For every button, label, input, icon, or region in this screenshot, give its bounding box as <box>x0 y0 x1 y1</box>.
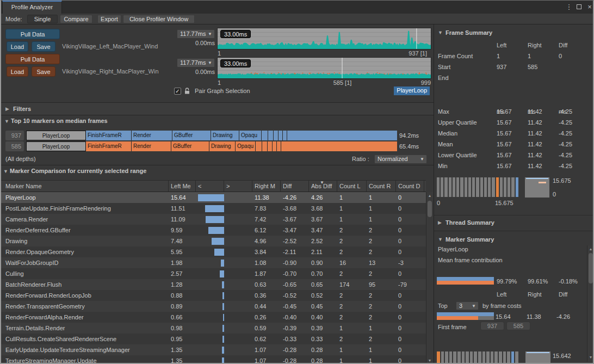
pair-graph-selection-label: Pair Graph Selection <box>195 87 250 96</box>
table-row[interactable]: EarlyUpdate.UpdateTextureStreamingManage… <box>1 344 426 355</box>
table-row[interactable]: Terrain.Details.Render 0.98 0.59 -0.39 0… <box>1 323 426 334</box>
scroll-down-icon[interactable]: ▼ <box>587 354 594 361</box>
table-row[interactable]: Render.OpaqueGeometry 5.95 3.84 -2.11 2.… <box>1 246 426 257</box>
marker-segment[interactable] <box>262 141 268 151</box>
table-row[interactable]: CullResults.CreateSharedRendererScene 0.… <box>1 334 426 344</box>
left-frame-graph[interactable]: 33.00ms <box>217 28 431 50</box>
marker-summary-header[interactable]: ▼ Marker Summary <box>434 233 594 245</box>
marker-segment[interactable]: GBuffer <box>172 131 211 140</box>
col-right-bar[interactable]: > <box>224 181 252 192</box>
marker-segment[interactable] <box>262 131 268 140</box>
table-row[interactable]: Drawing 7.48 4.96 -2.52 2.52 2 2 0 <box>1 236 426 246</box>
foldout-expanded-icon[interactable]: ▼ <box>4 119 9 124</box>
export-button[interactable]: Export <box>97 15 121 23</box>
filters-section[interactable]: ▶ Filters <box>1 102 434 115</box>
filters-title: Filters <box>13 103 31 115</box>
marker-segment[interactable]: Drawing <box>209 141 236 151</box>
save-right-button[interactable]: Save <box>32 66 55 77</box>
marker-segment[interactable]: Render <box>132 131 172 140</box>
top-n-dropdown[interactable]: 3▼ <box>456 301 479 310</box>
ratio-dropdown[interactable]: Normalized▼ <box>374 155 427 164</box>
kebab-menu-icon[interactable]: ⋮ <box>565 3 573 11</box>
col-left-bar[interactable]: < <box>196 181 224 192</box>
marker-segment[interactable] <box>277 141 281 151</box>
foldout-expanded-icon[interactable]: ▼ <box>3 169 8 174</box>
col-right-median[interactable]: Right M <box>252 181 281 192</box>
scrollbar-thumb[interactable] <box>589 253 593 283</box>
col-count-diff[interactable]: Count D <box>396 181 424 192</box>
maximize-icon[interactable] <box>574 3 583 11</box>
load-right-button[interactable]: Load <box>7 66 28 77</box>
save-left-button[interactable]: Save <box>32 41 55 52</box>
close-icon[interactable]: × <box>585 3 594 11</box>
stat-label: Max <box>438 106 449 117</box>
scroll-up-icon[interactable]: ▲ <box>426 193 433 199</box>
frame-summary-header[interactable]: ▼ Frame Summary <box>434 27 594 39</box>
marker-segment[interactable] <box>279 131 283 140</box>
table-row[interactable]: TextureStreamingManager.Update 1.35 1.07… <box>1 355 426 364</box>
marker-segment[interactable]: Opaqu <box>239 131 262 140</box>
right-frame-graph[interactable]: 33.00ms <box>217 57 431 79</box>
marker-segment[interactable]: PlayerLoop <box>26 131 86 140</box>
left-range-dropdown[interactable]: 117.77ms▼ <box>177 29 215 39</box>
summary-scrollbar[interactable]: ▲ ▼ <box>587 245 594 362</box>
tab-profile-analyzer[interactable]: Profile Analyzer <box>2 1 62 14</box>
col-left-median[interactable]: Left Me <box>169 181 196 192</box>
thread-summary-header[interactable]: ▶ Thread Summary <box>434 215 594 231</box>
marker-segment[interactable]: PlayerLoop <box>26 141 86 151</box>
col-count-left[interactable]: Count L <box>337 181 367 192</box>
histogram-bar <box>453 351 456 364</box>
table-row[interactable]: PlayerLoop 15.64 11.38 -4.26 4.26 1 1 0 <box>1 192 426 203</box>
marker-segment[interactable]: GBuffer <box>171 141 209 151</box>
right-value: 11.42 <box>528 106 542 117</box>
marker-segment[interactable]: Render <box>132 141 171 151</box>
left-median-value: 2.57 <box>169 268 196 279</box>
right-dataset-name: VikingVillage_Right_MacPlayer_Win <box>62 66 175 77</box>
scrollbar-thumb[interactable] <box>428 201 432 217</box>
mode-compare-button[interactable]: Compare <box>60 15 92 23</box>
marker-segment[interactable]: Drawing <box>211 131 239 140</box>
marker-segment[interactable] <box>274 131 279 140</box>
pull-data-left-button[interactable]: Pull Data <box>5 29 60 39</box>
diff-value: -3.68 <box>281 203 309 214</box>
pair-graph-selection-checkbox[interactable]: ✓ <box>174 88 181 95</box>
first-frame-left-button[interactable]: 937 <box>480 322 504 330</box>
marker-segment[interactable]: Opaqu <box>236 141 256 151</box>
right-range-dropdown[interactable]: 117.77ms▼ <box>177 58 215 67</box>
count-left-value: 16 <box>337 257 367 268</box>
unlock-icon[interactable] <box>184 87 190 95</box>
mode-single-button[interactable]: Single <box>27 15 58 23</box>
histogram-bar <box>449 351 453 364</box>
marker-segment[interactable] <box>268 131 274 140</box>
table-row[interactable]: Culling 2.57 1.87 -0.70 0.70 2 2 0 <box>1 268 426 279</box>
table-row[interactable]: RenderDeferred.GBuffer 9.59 6.12 -3.47 3… <box>1 225 426 236</box>
table-row[interactable]: WaitForJobGroupID 1.98 1.08 -0.90 0.90 1… <box>1 257 426 268</box>
count-right-value: 2 <box>367 225 396 236</box>
close-profiler-window-button[interactable]: Close Profiler Window <box>123 15 195 23</box>
table-row[interactable]: RenderForward.RenderLoopJob 0.88 0.36 -0… <box>1 290 426 301</box>
table-scrollbar[interactable]: ▲ ▼ <box>426 192 433 364</box>
first-frame-right-button[interactable]: 585 <box>506 322 530 330</box>
table-row[interactable]: RenderForwardAlpha.Render 0.66 0.26 -0.4… <box>1 312 426 323</box>
marker-segment[interactable]: FinishFrameR <box>86 141 132 151</box>
marker-segment[interactable] <box>256 141 262 151</box>
table-row[interactable]: Render.TransparentGeometry 0.89 0.44 -0.… <box>1 301 426 312</box>
pull-data-right-button[interactable]: Pull Data <box>5 54 60 64</box>
col-diff[interactable]: Diff <box>281 181 309 192</box>
table-row[interactable]: PostLateUpdate.FinishFrameRendering 11.5… <box>1 203 426 214</box>
scroll-down-icon[interactable]: ▼ <box>426 357 433 364</box>
right-median-value: 1.87 <box>252 268 281 279</box>
table-row[interactable]: BatchRenderer.Flush 1.28 0.63 -0.65 0.65… <box>1 279 426 290</box>
table-row[interactable]: Camera.Render 11.09 7.42 -3.67 3.67 1 1 … <box>1 214 426 225</box>
abs-diff-value: 0.39 <box>309 323 337 334</box>
abs-diff-value: 0.70 <box>309 268 337 279</box>
marker-segment[interactable] <box>268 141 273 151</box>
marker-segment[interactable] <box>273 141 277 151</box>
col-marker-name[interactable]: Marker Name <box>1 181 169 192</box>
marker-segment[interactable] <box>283 131 287 140</box>
col-count-right[interactable]: Count R <box>367 181 396 192</box>
marker-segment[interactable]: FinishFrameR <box>86 131 132 140</box>
scroll-up-icon[interactable]: ▲ <box>587 246 594 252</box>
load-left-button[interactable]: Load <box>7 41 28 52</box>
count-diff-value: 0 <box>396 225 424 236</box>
